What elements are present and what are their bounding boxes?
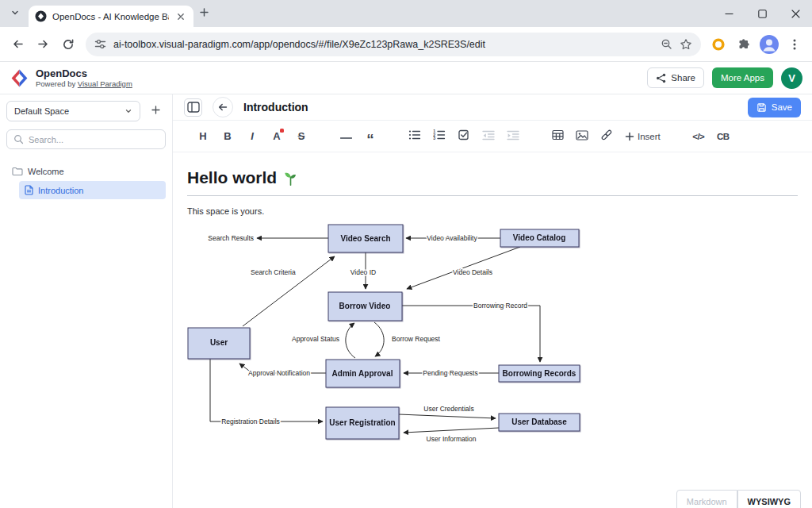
dfd-diagram[interactable]: Search Results Video Availability Search…	[187, 221, 599, 452]
plus-icon	[625, 132, 634, 141]
content-area: Default Space Welcome Introduction Intro…	[0, 94, 812, 508]
add-space-button[interactable]	[145, 101, 166, 121]
space-selector[interactable]: Default Space	[6, 101, 140, 121]
extensions-puzzle-icon[interactable]	[731, 32, 756, 57]
visual-paradigm-link[interactable]: Visual Paradigm	[78, 79, 132, 88]
indent-button[interactable]	[504, 127, 523, 146]
diagram-edge-label: Borrow Request	[392, 335, 441, 343]
app-header: OpenDocs Powered by Visual Paradigm Shar…	[0, 62, 812, 94]
zoom-icon[interactable]	[661, 38, 672, 50]
insert-label: Insert	[638, 132, 661, 141]
sidebar-item-label: Welcome	[28, 167, 64, 176]
window-minimize-button[interactable]	[712, 0, 745, 27]
folder-icon	[12, 167, 23, 176]
seedling-emoji	[282, 171, 299, 187]
red-color-dot-icon	[280, 129, 284, 133]
indent-icon	[507, 130, 519, 143]
panel-icon	[187, 102, 200, 113]
image-button[interactable]	[573, 127, 592, 146]
tab-title: OpenDocs - AI Knowledge Base	[52, 12, 169, 21]
tab-favicon-icon	[35, 10, 47, 22]
code-block-button[interactable]: CB	[714, 127, 733, 146]
extension-icon[interactable]	[706, 32, 731, 57]
heading-divider	[187, 195, 798, 196]
inline-code-button[interactable]: </>	[689, 127, 708, 146]
heading-text: Hello world	[187, 168, 277, 187]
diagram-edge-label: Approval Status	[292, 335, 339, 343]
tab-search-button[interactable]	[5, 3, 25, 24]
bold-button[interactable]: B	[218, 127, 237, 146]
diagram-node-borrowing-records: Borrowing Records	[499, 365, 580, 382]
browser-menu-icon[interactable]	[782, 32, 807, 57]
diagram-edge-label: Video ID	[350, 268, 376, 276]
powered-by: Powered by Visual Paradigm	[36, 79, 132, 88]
strikethrough-button[interactable]: S	[292, 127, 311, 146]
sidebar-item-introduction[interactable]: Introduction	[19, 181, 166, 199]
more-apps-button[interactable]: More Apps	[712, 67, 773, 88]
wysiwyg-mode-button[interactable]: WYSIWYG	[737, 490, 801, 508]
forward-button[interactable]	[30, 32, 56, 57]
body-text: This space is yours.	[187, 206, 798, 216]
italic-button[interactable]: I	[243, 127, 262, 146]
svg-text:3: 3	[433, 136, 435, 140]
page-tree: Welcome Introduction	[6, 162, 166, 199]
search-box[interactable]	[6, 129, 166, 149]
diagram-edge-label: Video Details	[453, 268, 492, 276]
sidebar-item-welcome[interactable]: Welcome	[6, 162, 166, 180]
collapse-sidebar-button[interactable]	[184, 98, 202, 117]
diagram-node-video-catalog: Video Catalog	[500, 229, 579, 247]
window-controls	[712, 0, 812, 27]
chevron-down-icon	[124, 107, 132, 115]
profile-avatar[interactable]	[756, 32, 782, 57]
powered-by-text: Powered by	[36, 79, 78, 88]
editor-toolbar: H B I A S “ 123 Insert </> CB	[173, 120, 812, 152]
user-avatar[interactable]: V	[781, 67, 802, 89]
outdent-button[interactable]	[479, 127, 498, 146]
share-icon	[656, 73, 666, 83]
plus-icon	[151, 104, 161, 118]
bullet-list-button[interactable]	[405, 127, 424, 146]
link-button[interactable]	[597, 127, 616, 146]
diagram-node-user-database: User Database	[499, 414, 580, 431]
search-input[interactable]	[29, 135, 159, 144]
font-color-button[interactable]: A	[267, 127, 286, 146]
outdent-icon	[482, 130, 495, 143]
markdown-mode-button[interactable]: Markdown	[676, 490, 737, 508]
app-name: OpenDocs	[36, 68, 132, 79]
diagram-edge-label: Approval Notification	[248, 369, 310, 377]
window-close-button[interactable]	[779, 0, 812, 27]
bullet-list-icon	[408, 129, 421, 143]
numbered-list-icon: 123	[433, 129, 446, 143]
heading-button[interactable]: H	[193, 127, 213, 146]
tab-close-icon[interactable]	[174, 10, 187, 23]
site-info-icon[interactable]	[94, 38, 106, 50]
url-bar[interactable]: ai-toolbox.visual-paradigm.com/app/opend…	[86, 33, 701, 56]
horizontal-rule-button[interactable]	[336, 127, 355, 146]
doc-back-button[interactable]	[213, 97, 233, 117]
insert-button[interactable]: Insert	[622, 127, 664, 146]
browser-toolbar: ai-toolbox.visual-paradigm.com/app/opend…	[0, 27, 812, 62]
doc-header: Introduction Save	[173, 94, 812, 120]
window-maximize-button[interactable]	[745, 0, 779, 27]
diagram-node-user-registration: User Registration	[326, 407, 399, 439]
share-button[interactable]: Share	[647, 67, 704, 88]
table-button[interactable]	[548, 127, 567, 146]
main-panel: Introduction Save H B I A S “ 123	[173, 94, 812, 508]
reload-button[interactable]	[56, 32, 81, 57]
browser-tab-strip: OpenDocs - AI Knowledge Base	[0, 0, 812, 27]
new-tab-button[interactable]	[193, 3, 214, 24]
checklist-button[interactable]	[454, 127, 473, 146]
quote-button[interactable]: “	[361, 127, 380, 146]
save-button[interactable]: Save	[748, 98, 801, 117]
diagram-edge-label: User Credentials	[423, 405, 473, 413]
document-icon	[25, 185, 33, 195]
document-body[interactable]: Hello world This space is yours.	[173, 152, 812, 508]
svg-text:Video Catalog: Video Catalog	[513, 233, 566, 242]
svg-text:Borrow Video: Borrow Video	[339, 302, 391, 310]
numbered-list-button[interactable]: 123	[430, 127, 449, 146]
checklist-icon	[458, 129, 470, 143]
browser-tab[interactable]: OpenDocs - AI Knowledge Base	[29, 6, 193, 27]
back-button[interactable]	[5, 32, 30, 57]
svg-text:Borrowing Records: Borrowing Records	[503, 369, 576, 378]
bookmark-star-icon[interactable]	[680, 38, 692, 51]
